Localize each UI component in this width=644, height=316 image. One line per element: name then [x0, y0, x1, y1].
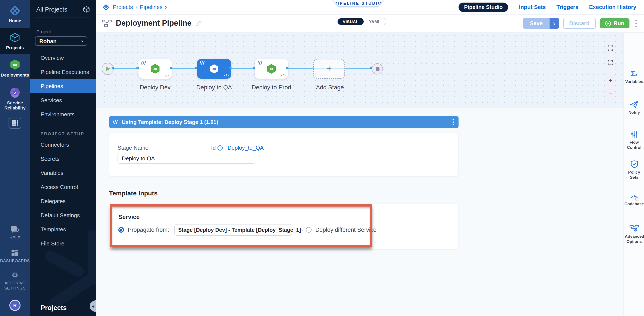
grid-icon	[12, 120, 18, 126]
rail-item-home[interactable]: Home	[0, 0, 30, 28]
sidebar-item-delegates[interactable]: Delegates	[30, 194, 96, 208]
play-circle-icon	[605, 20, 611, 26]
stage-label-deploy-to-prod: Deploy to Prod	[244, 84, 299, 91]
rail-item-deployments[interactable]: ∞ Deployments	[0, 54, 30, 82]
svg-text:∞: ∞	[13, 61, 17, 68]
stage-card-deploy-dev[interactable]: ∞ </>	[138, 59, 172, 79]
rail-codebase-button[interactable]: </> Codebase	[624, 195, 644, 206]
add-stage-button[interactable]: +	[313, 59, 345, 79]
code-icon: </>	[224, 74, 229, 77]
connector-dot	[112, 67, 114, 69]
info-icon[interactable]: i	[218, 145, 223, 150]
zoom-out-button[interactable]: −	[608, 90, 612, 96]
advanced-options-icon	[630, 224, 639, 232]
discard-button[interactable]: Discard	[563, 18, 596, 29]
toggle-yaml[interactable]: YAML	[364, 18, 386, 25]
sidebar-item-connectors[interactable]: Connectors	[30, 138, 96, 152]
stage-id-value[interactable]: Deploy_to_QA	[228, 145, 264, 151]
run-label: Run	[614, 20, 624, 27]
harness-home-logo-icon	[8, 5, 21, 16]
stage-name-input[interactable]	[118, 153, 255, 164]
stage-detail-panel: Using Template: Deploy Stage 1 (1.01) St…	[96, 108, 624, 316]
project-selector[interactable]: Rohan ›	[35, 36, 87, 46]
gear-icon: ⚙	[12, 271, 18, 279]
plus-icon: +	[326, 64, 332, 74]
codebase-code-icon: </>	[631, 195, 638, 200]
variables-sigma-icon: Σx	[631, 71, 638, 77]
sidebar-item-access-control[interactable]: Access Control	[30, 180, 96, 194]
dashboards-icon	[11, 249, 19, 256]
service-heading: Service	[118, 213, 140, 220]
propagate-from-radio[interactable]	[118, 227, 124, 233]
rail-item-account-settings[interactable]: ⚙ ACCOUNT SETTINGS	[0, 267, 30, 295]
tab-triggers[interactable]: Triggers	[556, 4, 578, 10]
stage-card-deploy-to-qa[interactable]: ∞ </>	[197, 59, 231, 79]
template-options-button[interactable]	[452, 119, 454, 125]
codebase-warning-dot	[635, 197, 638, 201]
rail-item-projects[interactable]: Projects	[0, 28, 30, 54]
deploy-different-service-label: Deploy different Service	[316, 227, 376, 233]
sidebar-item-pipeline-executions[interactable]: Pipeline Executions	[30, 65, 96, 79]
tab-pipeline-studio[interactable]: Pipeline Studio	[458, 2, 508, 12]
rail-label-service-reliability: Service Reliability	[1, 100, 29, 111]
canvas-fullscreen-button[interactable]	[606, 43, 615, 53]
stage-id-row: Id i : Deploy_to_QA	[211, 145, 264, 151]
pipeline-canvas[interactable]: ∞ </> ∞ </>	[96, 33, 624, 108]
sidebar-item-overview[interactable]: Overview	[30, 51, 96, 65]
rail-policy-sets-button[interactable]: Policy Sets	[624, 160, 644, 180]
rail-item-help[interactable]: ? HELP	[0, 222, 30, 245]
sidebar-title: All Projects	[36, 6, 67, 13]
help-chat-icon: ?	[10, 226, 20, 234]
all-projects-cube-icon[interactable]	[82, 6, 90, 13]
sidebar-item-variables[interactable]: Variables	[30, 166, 96, 180]
rail-label-account-settings: ACCOUNT SETTINGS	[2, 280, 28, 290]
rail-item-service-reliability[interactable]: Service Reliability	[0, 82, 30, 115]
module-grid-button[interactable]	[8, 118, 21, 129]
module-rail: Home Projects ∞ Deployments	[0, 0, 30, 316]
connector-dot	[370, 67, 372, 69]
sidebar-item-pipelines[interactable]: Pipelines	[30, 79, 96, 93]
svg-text:?: ?	[13, 227, 15, 231]
sidebar-item-default-settings[interactable]: Default Settings	[30, 208, 96, 222]
edit-pencil-icon[interactable]	[196, 20, 202, 27]
using-template-banner: Using Template: Deploy Stage 1 (1.01)	[109, 116, 458, 128]
sidebar: All Projects Project Rohan › Overview Pi…	[30, 0, 96, 316]
save-dropdown-button[interactable]: ∨	[550, 18, 559, 29]
flow-control-sliders-icon	[630, 130, 638, 138]
rail-policy-sets-label: Policy Sets	[626, 170, 642, 180]
harness-logo-icon	[102, 4, 110, 11]
sidebar-item-services[interactable]: Services	[30, 93, 96, 107]
rail-item-dashboards[interactable]: DASHBOARDS	[0, 245, 30, 267]
deploy-different-service-radio[interactable]	[306, 227, 312, 233]
top-navigation: Pipeline Studio Input Sets Triggers Exec…	[458, 2, 636, 12]
toggle-visual[interactable]: VISUAL	[338, 18, 364, 25]
stage-card-deploy-to-prod[interactable]: ∞ </>	[255, 59, 288, 79]
user-avatar[interactable]: R	[10, 300, 20, 311]
title-bar: Deployment Pipeline VISUAL YAML Save ∨ D…	[96, 15, 644, 33]
rail-flow-control-button[interactable]: Flow Control	[624, 130, 644, 150]
rail-advanced-options-button[interactable]: Advanced Options	[624, 224, 644, 244]
stage-name-card: Stage Name Id i : Deploy_to_QA	[109, 133, 458, 177]
canvas-select-button[interactable]	[606, 58, 615, 68]
run-button[interactable]: Run	[600, 18, 630, 28]
rail-notify-button[interactable]: Notify	[624, 101, 644, 115]
breadcrumb-projects[interactable]: Projects	[113, 4, 133, 10]
service-card: Service Propagate from: Stage [Deploy De…	[109, 203, 458, 250]
propagate-stage-select[interactable]: Stage [Deploy Dev] - Template [Deploy_St…	[174, 224, 292, 236]
more-options-button[interactable]	[636, 20, 637, 27]
breadcrumb-pipelines[interactable]: Pipelines	[140, 4, 162, 10]
sidebar-item-environments[interactable]: Environments	[30, 107, 96, 121]
project-setup-section-label: PROJECT SETUP	[40, 131, 96, 136]
sidebar-item-secrets[interactable]: Secrets	[30, 152, 96, 166]
rail-variables-button[interactable]: Σx Variables	[624, 71, 644, 84]
tab-input-sets[interactable]: Input Sets	[519, 4, 546, 10]
tab-execution-history[interactable]: Execution History	[589, 4, 636, 10]
rail-label-projects: Projects	[6, 45, 24, 50]
template-inputs-heading: Template Inputs	[109, 189, 158, 197]
propagate-from-label: Propagate from:	[128, 227, 169, 233]
save-button[interactable]: Save	[523, 18, 550, 29]
connector-dot	[170, 67, 172, 69]
zoom-in-button[interactable]: +	[608, 77, 612, 83]
cd-hexagon-icon: ∞	[208, 63, 220, 74]
template-bars-icon	[200, 61, 205, 65]
